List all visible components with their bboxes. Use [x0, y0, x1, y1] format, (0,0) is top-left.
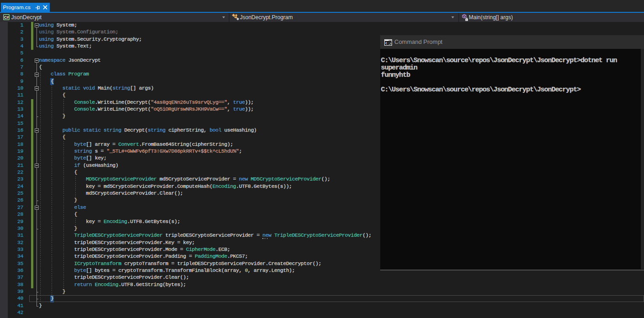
- svg-text:C:\: C:\: [385, 41, 392, 45]
- svg-text:C#: C#: [4, 16, 9, 20]
